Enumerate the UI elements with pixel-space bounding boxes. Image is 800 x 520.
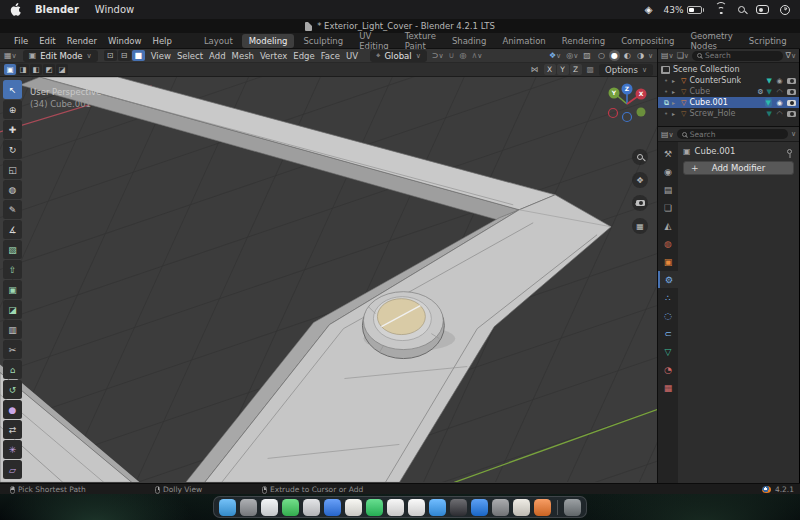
proportional-editing-icon[interactable]: ◎ <box>459 51 466 60</box>
wifi-icon[interactable] <box>715 5 727 14</box>
menu-window[interactable]: Window <box>108 36 142 46</box>
dock-icon-notes[interactable] <box>345 499 362 516</box>
outliner-row-cube-001[interactable]: ⧉▸ ▽ Cube.001 ▼ ◉ <box>658 97 799 108</box>
shading-rendered-icon[interactable]: ◑ <box>635 50 646 61</box>
tab-sculpting[interactable]: Sculpting <box>296 34 350 48</box>
tab-shading[interactable]: Shading <box>445 34 494 48</box>
edge-select-button[interactable]: ⊟ <box>118 50 131 61</box>
outliner-filter-icon[interactable]: ∇∨ <box>786 51 796 60</box>
menu-render[interactable]: Render <box>67 36 97 46</box>
mirror-z-button[interactable]: Z <box>570 64 582 75</box>
shading-solid-icon[interactable]: ● <box>609 50 620 61</box>
tool-scale[interactable]: ◱ <box>3 160 22 179</box>
visibility-eye-icon[interactable]: ◠ <box>775 88 784 96</box>
outliner-display-icon[interactable]: ❏∨ <box>677 51 689 60</box>
expand-icon[interactable]: ▸ <box>672 99 678 106</box>
zoom-button[interactable] <box>632 149 648 165</box>
tool-shrink-fatten[interactable]: ✳ <box>3 440 22 459</box>
dock-icon-settings[interactable] <box>492 499 509 516</box>
scene-canvas[interactable] <box>0 77 657 482</box>
properties-tab-tool-icon[interactable]: ⚒ <box>658 145 678 162</box>
gizmos-toggle-icon[interactable]: ❖∨ <box>549 51 561 60</box>
outliner-row-countersunk[interactable]: •▸ ▽ CounterSunk ▼ ◉ <box>658 75 799 86</box>
render-camera-icon[interactable] <box>787 100 796 106</box>
properties-search-input[interactable]: Search <box>677 129 788 139</box>
tab-modeling[interactable]: Modeling <box>242 34 295 48</box>
pan-button[interactable]: ✥ <box>632 172 648 188</box>
face-select-button[interactable]: ■ <box>132 50 145 61</box>
properties-tab-particles-icon[interactable]: ∴ <box>658 289 678 306</box>
xray-toggle-icon[interactable]: ▨ <box>583 51 591 60</box>
mode-selector[interactable]: ▣ Edit Mode ∨ <box>23 50 98 62</box>
perspective-toggle-button[interactable]: ▦ <box>632 218 648 234</box>
tool-extrude-region[interactable]: ⇧ <box>3 260 22 279</box>
snap-magnet-icon[interactable]: ∪ <box>449 51 455 60</box>
properties-tab-view-layer-icon[interactable]: ❏ <box>658 199 678 216</box>
properties-tab-modifiers-icon[interactable]: ⚙ <box>658 271 678 288</box>
menu-view[interactable]: View <box>151 51 171 61</box>
menu-face[interactable]: Face <box>321 51 340 61</box>
dock-icon-mail[interactable] <box>324 499 341 516</box>
dock-icon-music[interactable] <box>513 499 530 516</box>
dock-icon-zoom[interactable] <box>429 499 446 516</box>
dock-icon-photos[interactable] <box>387 499 404 516</box>
dock-icon-facetime[interactable] <box>303 499 320 516</box>
menu-uv[interactable]: UV <box>346 51 358 61</box>
tool-edge-slide[interactable]: ⇄ <box>3 420 22 439</box>
properties-options-icon[interactable]: ∨ <box>791 130 796 138</box>
transform-orientation[interactable]: ⌖ Global ∨ <box>370 50 427 62</box>
tool-knife[interactable]: ✂ <box>3 340 22 359</box>
tool-annotate[interactable]: ✎ <box>3 200 22 219</box>
menu-vertex[interactable]: Vertex <box>260 51 287 61</box>
tab-compositing[interactable]: Compositing <box>614 34 681 48</box>
properties-tab-material-icon[interactable]: ◔ <box>658 361 678 378</box>
gizmo-axis-x-neg[interactable] <box>609 109 618 118</box>
dock-icon-trash[interactable] <box>564 499 581 516</box>
tool-move[interactable]: ✚ <box>3 120 22 139</box>
tool-add-cube[interactable]: ▧ <box>3 240 22 259</box>
tool-measure[interactable]: ∡ <box>3 220 22 239</box>
tool-select-box[interactable]: ↖ <box>3 80 22 99</box>
control-center-icon[interactable] <box>756 5 769 14</box>
mirror-x-button[interactable]: X <box>544 64 556 75</box>
outliner-row-cube[interactable]: •▸ ▽ Cube ⚙ ▼ ◠ <box>658 86 799 97</box>
gizmo-axis-y-neg[interactable] <box>637 108 646 117</box>
tab-layout[interactable]: Layout <box>197 34 240 48</box>
menu-mesh[interactable]: Mesh <box>232 51 254 61</box>
menu-file[interactable]: File <box>14 36 28 46</box>
viewport-3d[interactable]: ↖⊕✚↻◱◍✎∡▧⇧▣◪▥✂⌂↺●⇄✳▱ User Perspective (3… <box>0 77 657 483</box>
tool-loop-cut[interactable]: ▥ <box>3 320 22 339</box>
shading-wireframe-icon[interactable]: ○ <box>596 50 607 61</box>
tool-rotate[interactable]: ↻ <box>3 140 22 159</box>
active-app-name[interactable]: Blender <box>35 4 79 15</box>
menubar-item-window[interactable]: Window <box>95 4 134 15</box>
navigation-gizmo[interactable]: Y Z X <box>603 81 651 129</box>
snap-base-icon[interactable]: ▩ <box>587 65 595 74</box>
visibility-eye-icon[interactable]: ◉ <box>775 77 784 85</box>
visibility-eye-icon[interactable]: ◠ <box>775 110 784 118</box>
render-camera-icon[interactable] <box>787 111 796 117</box>
editor-type-icon[interactable]: ▦∨ <box>4 51 17 60</box>
tab-add-workspace[interactable]: + <box>796 34 800 48</box>
tool-smooth[interactable]: ● <box>3 400 22 419</box>
properties-tab-world-icon[interactable]: ◍ <box>658 235 678 252</box>
render-camera-icon[interactable] <box>787 89 796 95</box>
render-camera-icon[interactable] <box>787 78 796 84</box>
dock-icon-messages[interactable] <box>282 499 299 516</box>
snap-target-icon[interactable]: ⊃∨ <box>432 51 444 60</box>
dock-icon-blender[interactable] <box>534 499 551 516</box>
tool-shear[interactable]: ▱ <box>3 460 22 479</box>
overlays-toggle-icon[interactable]: ◎∨ <box>566 51 578 60</box>
spotlight-icon[interactable] <box>738 6 745 13</box>
tab-animation[interactable]: Animation <box>495 34 552 48</box>
tab-scripting[interactable]: Scripting <box>742 34 794 48</box>
properties-tab-output-icon[interactable]: ▤ <box>658 181 678 198</box>
battery-indicator[interactable]: 43% <box>663 5 704 15</box>
menu-select[interactable]: Select <box>177 51 203 61</box>
expand-icon[interactable]: ▸ <box>672 88 678 95</box>
dock-icon-calendar[interactable] <box>408 499 425 516</box>
tool-transform[interactable]: ◍ <box>3 180 22 199</box>
properties-tab-constraints-icon[interactable]: ⊂ <box>658 325 678 342</box>
outliner-type-icon[interactable]: ▤∨ <box>661 51 674 60</box>
tool-bevel[interactable]: ◪ <box>3 300 22 319</box>
